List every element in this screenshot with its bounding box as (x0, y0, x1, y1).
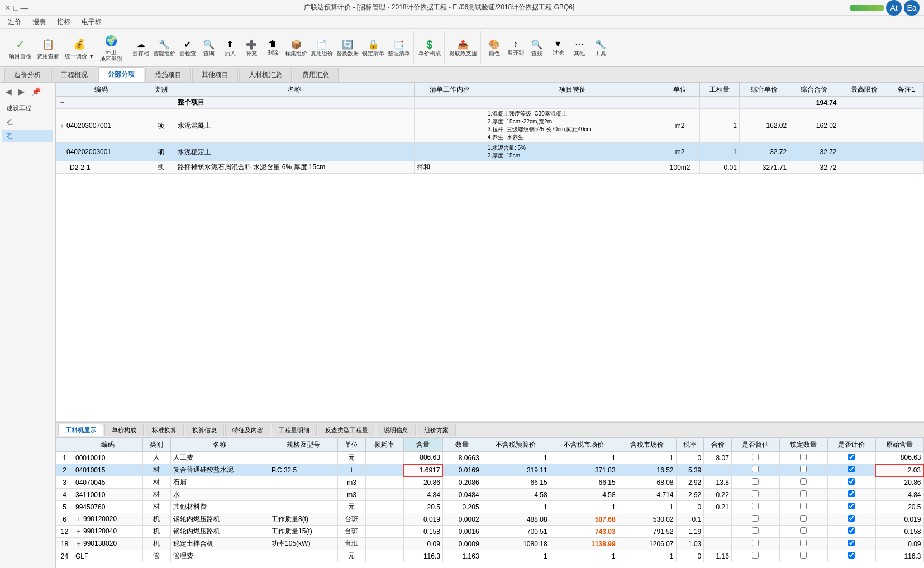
lt-r4-lock[interactable] (779, 489, 827, 501)
nav-back-arrow[interactable]: ◀ (3, 86, 14, 97)
sidebar-item-cheng1[interactable]: 程 (2, 116, 53, 128)
tab-qita-xiangmu[interactable]: 其他项目 (192, 68, 238, 82)
estimate-cb-3[interactable] (752, 478, 759, 485)
lt-r6-estimate[interactable] (731, 513, 779, 526)
lt-r18-lock[interactable] (779, 538, 827, 550)
lock-cb-2[interactable] (800, 466, 807, 472)
standard-group-button[interactable]: 📦 标集组价 (284, 32, 308, 64)
lt-r12-isprice[interactable] (827, 526, 875, 538)
organize-button[interactable]: 📑 整理清单 (387, 32, 411, 64)
expand-icon-2[interactable]: － (59, 148, 65, 156)
isprice-cb-12[interactable] (848, 527, 855, 534)
smart-group-button[interactable]: 🔧 智能组价 (152, 32, 177, 64)
lock-cb-5[interactable] (800, 503, 807, 509)
estimate-cb-2[interactable] (752, 466, 759, 472)
maximize-icon[interactable]: — (20, 3, 28, 12)
lt-r6-lock[interactable] (779, 513, 827, 526)
expand-icon-r12[interactable]: ＋ (75, 527, 82, 535)
lt-r3-estimate[interactable] (731, 476, 779, 489)
lt-r12-lock[interactable] (779, 526, 827, 538)
lock-cb-24[interactable] (800, 552, 807, 559)
lt-r1-lock[interactable] (779, 452, 827, 464)
query-button[interactable]: 🔍 查询 (199, 32, 219, 64)
nav-forward-arrow[interactable]: ▶ (16, 86, 27, 97)
lock-cb-12[interactable] (800, 527, 807, 534)
tab-feiyong-huizong[interactable]: 费用汇总 (293, 68, 339, 82)
sidebar-item-cheng2[interactable]: 程 (2, 130, 53, 142)
unit-price-button[interactable]: 💲 单价构成 (417, 32, 442, 64)
lt-r5-lock[interactable] (779, 501, 827, 513)
lt-r12-estimate[interactable] (731, 526, 779, 538)
lower-tab-biaozhun[interactable]: 标准换算 (145, 424, 184, 436)
menu-dianzibiao[interactable]: 电子标 (76, 16, 107, 28)
isprice-cb-6[interactable] (848, 515, 855, 522)
isprice-cb-1[interactable] (848, 454, 855, 460)
extract-support-button[interactable]: 📤 提取政支援 (448, 32, 478, 64)
lower-tab-fanchaxinxi[interactable]: 反查类型工程量 (318, 424, 375, 436)
lt-r2-lock[interactable] (779, 464, 827, 476)
estimate-cb-4[interactable] (752, 490, 759, 497)
lt-r24-lock[interactable] (779, 550, 827, 562)
lt-r18-estimate[interactable] (731, 538, 779, 550)
expand-icon-r6[interactable]: ＋ (75, 515, 82, 523)
lt-r1-estimate[interactable] (731, 452, 779, 464)
lower-tab-zujia[interactable]: 组价方案 (417, 424, 456, 436)
lower-tab-huansuan[interactable]: 换算信息 (185, 424, 224, 436)
color-button[interactable]: 🎨 颜色 (484, 32, 504, 64)
lock-cb-4[interactable] (800, 490, 807, 497)
lock-cb-6[interactable] (800, 515, 807, 522)
lt-r2-isprice[interactable] (827, 464, 875, 476)
estimate-cb-24[interactable] (752, 552, 759, 559)
lock-quote-button[interactable]: 🔒 锁定清单 (361, 32, 385, 64)
lower-tab-gongchengliang[interactable]: 工程量明细 (272, 424, 317, 436)
expand-icon-1[interactable]: ＋ (59, 122, 65, 130)
isprice-cb-4[interactable] (848, 490, 855, 497)
cloud-check-button[interactable]: ✔ 云检查 (178, 32, 198, 64)
isprice-cb-18[interactable] (848, 540, 855, 546)
expand-to-button[interactable]: ↕ 展开到 (506, 32, 526, 64)
estimate-cb-6[interactable] (752, 515, 759, 522)
menu-zaojia[interactable]: 造价 (2, 16, 27, 28)
lower-tab-tezheng[interactable]: 特征及内容 (225, 424, 270, 436)
lt-r3-isprice[interactable] (827, 476, 875, 489)
lock-cb-1[interactable] (800, 454, 807, 460)
fee-view-button[interactable]: 📋 费用查看 (35, 32, 61, 64)
env-region-button[interactable]: 🌍 环卫地区类别 (98, 32, 125, 64)
tab-cuoshi-xiangmu[interactable]: 措施项目 (145, 68, 191, 82)
tab-gongcheng-gaikuang[interactable]: 工程概况 (51, 68, 97, 82)
estimate-cb-5[interactable] (752, 503, 759, 509)
insert-button[interactable]: ⬆ 插入 (220, 32, 240, 64)
lt-r5-isprice[interactable] (827, 501, 875, 513)
nav-pin-icon[interactable]: 📌 (29, 86, 43, 97)
supplement-button[interactable]: ➕ 补充 (241, 32, 261, 64)
collapse-icon[interactable]: － (59, 98, 65, 106)
lower-tab-gongliaojiDisplay[interactable]: 工料机显示 (58, 424, 103, 436)
ea-icon[interactable]: Ea (904, 0, 920, 16)
minimize-icon[interactable]: □ (13, 3, 18, 12)
menu-baobiao[interactable]: 报表 (27, 16, 51, 28)
estimate-cb-18[interactable] (752, 540, 759, 546)
isprice-cb-5[interactable] (848, 503, 855, 509)
sidebar-item-jianshe[interactable]: 建设工程 (2, 102, 53, 114)
cloud-store-button[interactable]: ☁ 云存档 (131, 32, 151, 64)
isprice-cb-2[interactable] (848, 466, 855, 472)
at-icon[interactable]: At (886, 0, 902, 16)
window-controls[interactable]: ✕ □ — (4, 3, 28, 12)
lt-r2-estimate[interactable] (731, 464, 779, 476)
lt-r24-estimate[interactable] (731, 550, 779, 562)
estimate-cb-12[interactable] (752, 527, 759, 534)
lt-r3-lock[interactable] (779, 476, 827, 489)
isprice-cb-3[interactable] (848, 478, 855, 485)
lt-r4-estimate[interactable] (731, 489, 779, 501)
estimate-cb-1[interactable] (752, 454, 759, 460)
tab-zaojia-fenxi[interactable]: 造价分析 (4, 68, 50, 82)
project-check-button[interactable]: ✓ 项目自检 (7, 32, 34, 64)
lt-r4-isprice[interactable] (827, 489, 875, 501)
expand-icon-r18[interactable]: ＋ (75, 540, 82, 547)
lt-r6-isprice[interactable] (827, 513, 875, 526)
menu-zhibiao[interactable]: 指标 (51, 16, 76, 28)
lower-tab-danjia[interactable]: 单价构成 (104, 424, 144, 436)
lt-r18-isprice[interactable] (827, 538, 875, 550)
filter-button[interactable]: ▼ 过滤 (548, 32, 568, 64)
other-button[interactable]: ⋯ 其他 (569, 32, 589, 64)
